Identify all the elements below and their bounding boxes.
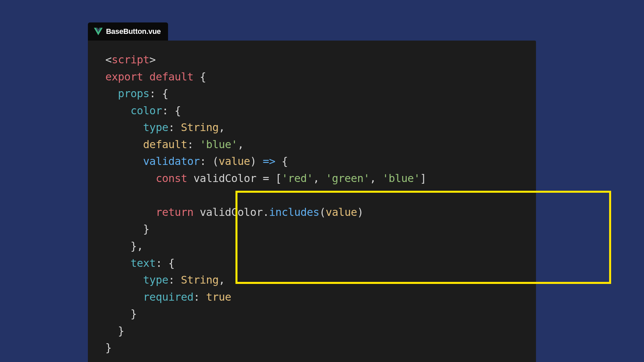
code-token: 'green': [326, 172, 370, 185]
code-token: props: [118, 87, 150, 100]
code-token: >: [149, 53, 156, 66]
code-token: ,: [237, 138, 244, 151]
code-token: :: [168, 274, 181, 286]
code-token: script: [112, 53, 150, 66]
code-content[interactable]: <script> export default { props: { color…: [88, 41, 536, 362]
code-token: }: [105, 341, 112, 354]
vue-icon: [94, 27, 103, 36]
code-token: default: [149, 70, 193, 83]
code-token: type: [143, 274, 168, 286]
code-token: validColor: [200, 206, 263, 219]
code-token: ,: [219, 121, 225, 134]
code-token: 'blue': [382, 172, 420, 185]
code-token: value: [326, 206, 357, 219]
code-token: =>: [263, 155, 275, 168]
code-token: ,: [313, 172, 319, 185]
code-token: color: [130, 104, 162, 117]
code-token: export: [105, 70, 143, 83]
code-token: const: [156, 172, 187, 185]
code-token: default: [143, 138, 187, 151]
code-token: ,: [219, 274, 225, 286]
code-token: : {: [162, 104, 181, 117]
code-token: String: [181, 274, 219, 286]
code-token: {: [275, 155, 288, 168]
code-token: :: [187, 138, 200, 151]
code-token: },: [130, 240, 143, 252]
code-token: text: [130, 257, 156, 269]
code-token: }: [130, 307, 137, 320]
code-token: <: [105, 53, 112, 66]
code-token: 'blue': [200, 138, 237, 151]
code-token: value: [219, 155, 250, 168]
code-token: : {: [149, 87, 168, 100]
code-token: String: [181, 121, 219, 134]
code-token: 'red': [281, 172, 313, 185]
code-token: includes: [269, 206, 319, 219]
code-token: :: [168, 121, 181, 134]
code-token: required: [143, 291, 194, 303]
code-token: true: [206, 291, 231, 303]
file-tab[interactable]: BaseButton.vue: [88, 22, 168, 41]
code-token: :: [194, 291, 206, 303]
code-editor: BaseButton.vue <script> export default {…: [88, 22, 536, 362]
code-token: validColor: [194, 172, 257, 185]
code-token: .: [263, 206, 269, 219]
code-token: }: [143, 223, 150, 235]
code-token: (: [319, 206, 326, 219]
code-token: validator: [143, 155, 200, 168]
code-token: ): [250, 155, 263, 168]
code-token: ]: [420, 172, 426, 185]
code-token: return: [156, 206, 194, 219]
code-token: {: [194, 70, 206, 83]
code-token: ): [357, 206, 364, 219]
code-token: = [: [256, 172, 281, 185]
file-tab-label: BaseButton.vue: [106, 27, 161, 36]
code-token: : (: [200, 155, 218, 168]
code-token: type: [143, 121, 168, 134]
code-token: }: [118, 324, 124, 337]
code-token: ,: [370, 172, 376, 185]
code-token: : {: [156, 257, 174, 269]
